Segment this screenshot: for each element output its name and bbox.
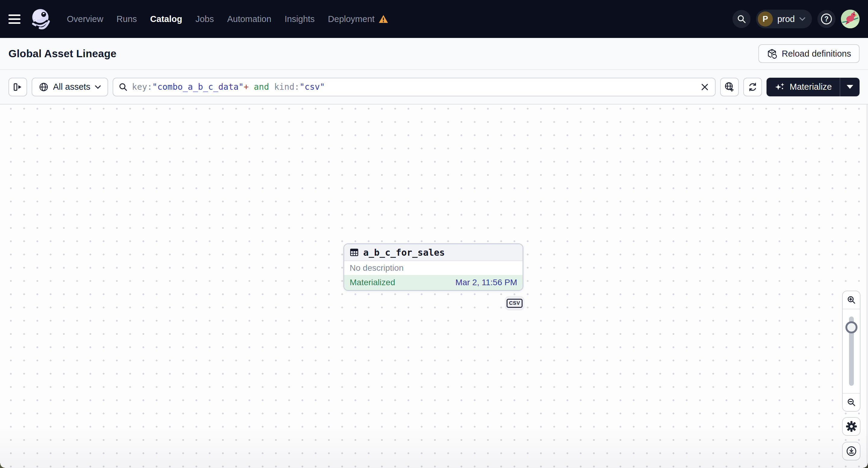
scrollbar-track[interactable] [866, 104, 868, 468]
reload-definitions-button[interactable]: Reload definitions [758, 44, 860, 63]
caret-down-icon [847, 85, 853, 89]
asset-node-footer: Materialized Mar 2, 11:56 PM [344, 275, 523, 290]
asset-node-header: a_b_c_for_sales [344, 244, 523, 261]
materialize-button[interactable]: Materialize [767, 78, 840, 96]
reload-package-icon [767, 49, 777, 59]
nav-item-runs[interactable]: Runs [117, 14, 137, 24]
asset-group-filter-button[interactable]: All assets [32, 78, 108, 96]
reload-definitions-label: Reload definitions [781, 49, 851, 59]
user-avatar[interactable] [841, 10, 860, 28]
zoom-in-icon [847, 295, 856, 305]
panel-toggle-icon [13, 82, 23, 92]
nav-item-insights[interactable]: Insights [285, 14, 315, 24]
status-badge: Materialized [350, 278, 395, 287]
asset-node-title: a_b_c_for_sales [363, 247, 445, 258]
asset-search-input[interactable]: key:"combo_a_b_c_data"+ and kind:"csv" [113, 78, 716, 96]
fit-graph-button[interactable] [720, 78, 739, 96]
nav-item-automation[interactable]: Automation [227, 14, 271, 24]
search-icon [737, 14, 746, 24]
primary-nav-links: Overview Runs Catalog Jobs Automation In… [67, 14, 388, 24]
lineage-canvas[interactable]: a_b_c_for_sales No description Materiali… [0, 104, 868, 468]
page-title: Global Asset Lineage [8, 48, 117, 60]
window-corner-artifact [0, 463, 5, 468]
refresh-icon [747, 82, 758, 92]
top-nav: Overview Runs Catalog Jobs Automation In… [0, 0, 868, 38]
csv-icon: CSV [506, 299, 522, 308]
asset-node-description: No description [344, 261, 523, 275]
gear-icon [846, 421, 857, 432]
help-button[interactable]: ? [817, 10, 835, 28]
close-x-icon [701, 83, 709, 91]
chevron-down-icon [95, 85, 101, 89]
global-search-button[interactable] [733, 10, 750, 28]
chevron-down-icon [799, 17, 805, 21]
zoom-controls [842, 291, 861, 412]
asset-node-a_b_c_for_sales[interactable]: a_b_c_for_sales No description Materiali… [343, 243, 523, 291]
globe-add-icon [724, 82, 735, 92]
hamburger-menu-button[interactable] [8, 11, 24, 27]
nav-item-deployment[interactable]: Deployment [328, 14, 388, 24]
graph-settings-button[interactable] [842, 417, 861, 436]
dagster-logo-icon[interactable] [30, 7, 53, 30]
search-query-text: key:"combo_a_b_c_data"+ and kind:"csv" [132, 82, 693, 92]
nav-right-cluster: P prod ? [733, 10, 860, 28]
search-icon [119, 83, 128, 92]
open-side-panel-button[interactable] [8, 78, 27, 96]
zoom-in-button[interactable] [843, 291, 860, 309]
zoom-out-icon [847, 398, 856, 407]
canvas-bottom-fade [0, 426, 868, 468]
clear-search-button[interactable] [697, 79, 713, 95]
sparkles-icon [774, 82, 785, 92]
nav-item-catalog[interactable]: Catalog [150, 14, 182, 24]
help-icon: ? [821, 13, 832, 24]
deployment-switcher[interactable]: P prod [756, 10, 812, 28]
bird-avatar-icon [841, 10, 860, 28]
page-header: Global Asset Lineage Reload definitions [0, 38, 868, 70]
asset-filter-label: All assets [53, 82, 90, 92]
deployment-avatar: P [758, 11, 773, 27]
refresh-button[interactable] [743, 78, 762, 96]
zoom-slider-handle[interactable] [845, 321, 858, 333]
nav-item-jobs[interactable]: Jobs [195, 14, 214, 24]
download-image-button[interactable] [842, 442, 861, 461]
lineage-toolbar: All assets key:"combo_a_b_c_data"+ and k… [0, 70, 868, 104]
zoom-slider [843, 309, 860, 393]
materialization-timestamp[interactable]: Mar 2, 11:56 PM [455, 278, 517, 287]
nav-item-overview[interactable]: Overview [67, 14, 103, 24]
download-icon [846, 446, 857, 457]
table-icon [350, 248, 359, 257]
zoom-out-button[interactable] [843, 393, 860, 411]
materialize-split-button: Materialize [767, 78, 860, 96]
materialize-label: Materialize [790, 82, 832, 92]
globe-icon [39, 82, 49, 92]
deployment-name: prod [777, 14, 795, 24]
warning-icon [379, 14, 388, 24]
asset-kind-tag-csv[interactable]: CSV [505, 296, 524, 311]
materialize-options-button[interactable] [840, 78, 860, 96]
